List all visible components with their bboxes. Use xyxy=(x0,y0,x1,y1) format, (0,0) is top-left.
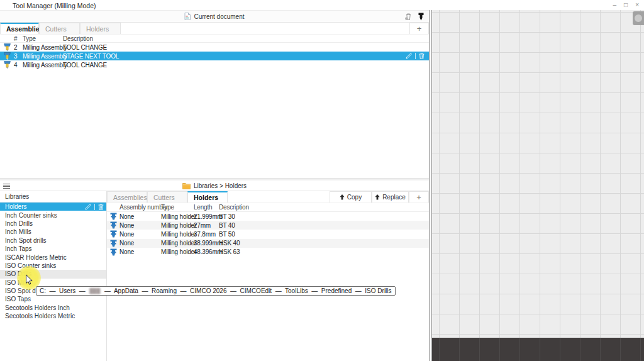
cell-description: BT 50 xyxy=(219,231,429,238)
table-row[interactable]: 2 Milling Assembly TOOL CHANGE xyxy=(0,43,429,52)
cell-description: HSK 63 xyxy=(219,248,429,255)
library-item-iso-drills[interactable]: ISO Drills xyxy=(0,270,106,278)
copy-button[interactable]: Copy xyxy=(330,191,372,203)
maximize-button[interactable]: □ xyxy=(624,1,628,9)
toolbar-actions xyxy=(404,11,424,22)
row-type: Milling Assembly xyxy=(23,44,63,51)
add-holder-button[interactable]: + xyxy=(409,191,429,203)
current-document-selector[interactable]: Current document xyxy=(0,11,429,22)
close-button[interactable]: × xyxy=(635,1,639,9)
copy-label: Copy xyxy=(347,194,362,201)
tab-holders[interactable]: Holders xyxy=(80,23,121,34)
library-item-label: Secotools Holders Inch xyxy=(5,304,70,311)
edit-icon[interactable] xyxy=(406,53,412,59)
cell-assembly-number: None xyxy=(119,213,161,220)
delete-icon[interactable] xyxy=(419,53,425,59)
table-row-selected[interactable]: 3 Milling Assembly STAGE NEXT TOOL xyxy=(0,52,429,60)
window-title: Tool Manager (Milling Mode) xyxy=(13,2,96,9)
tab-lib-cutters[interactable]: Cutters xyxy=(147,191,187,203)
table-row[interactable]: None Milling holder 27mm BT 40 xyxy=(107,221,429,230)
library-item-label: Holders xyxy=(5,203,26,210)
library-tabstrip: Assemblies Cutters Holders Copy Replace … xyxy=(107,191,429,203)
arrow-up-icon xyxy=(375,194,380,200)
minimize-button[interactable]: – xyxy=(613,1,617,9)
library-item[interactable]: ISCAR Holders Metric xyxy=(0,253,106,261)
cell-assembly-number: None xyxy=(119,231,161,238)
tool-manager-panel: Current document Assemblies Cutters Hold… xyxy=(0,10,430,361)
divider xyxy=(94,204,95,210)
tab-assemblies[interactable]: Assemblies xyxy=(0,23,39,34)
cell-length: 48.396mm xyxy=(194,248,219,255)
replace-label: Replace xyxy=(382,194,406,201)
row-number: 3 xyxy=(14,53,23,60)
library-item-holders[interactable]: Holders xyxy=(0,203,106,211)
library-item[interactable]: Inch Taps xyxy=(0,245,106,253)
library-item[interactable]: Inch Mills xyxy=(0,228,106,236)
cell-type: Milling holder xyxy=(161,213,194,220)
tab-cutters[interactable]: Cutters xyxy=(39,23,80,34)
column-header-num[interactable]: # xyxy=(14,35,23,42)
library-item[interactable]: Secotools Holders Metric xyxy=(0,312,106,320)
table-row[interactable]: None Milling holder 48.396mm HSK 63 xyxy=(107,248,429,257)
row-description: STAGE NEXT TOOL xyxy=(63,53,406,60)
library-item-label: Inch Taps xyxy=(5,245,32,252)
tab-label: Assemblies xyxy=(6,25,43,33)
library-item-label: Secotools Holders Metric xyxy=(5,313,75,319)
tab-lib-holders[interactable]: Holders xyxy=(187,191,228,203)
tab-label: Assemblies xyxy=(113,194,147,201)
holders-table: None Milling holder 21.999mm BT 30 None … xyxy=(107,212,429,257)
delete-tool-icon[interactable] xyxy=(404,13,413,21)
delete-icon[interactable] xyxy=(98,204,104,210)
app-window: Tool Manager (Milling Mode) – □ × Curren… xyxy=(0,0,644,361)
library-item-label: ISO Taps xyxy=(5,296,31,303)
holder-icon xyxy=(110,230,117,238)
library-item[interactable]: ISO Taps xyxy=(0,295,106,303)
add-assembly-button[interactable]: + xyxy=(409,23,429,34)
library-item-label: Inch Spot drills xyxy=(5,237,47,244)
cell-assembly-number: None xyxy=(119,240,161,247)
path-tooltip: C: — Users — ███ — AppData — Roaming — C… xyxy=(36,286,396,296)
cell-type: Milling holder xyxy=(161,222,194,229)
holder-icon xyxy=(110,248,117,256)
library-item-label: Inch Drills xyxy=(5,220,33,227)
holders-table-header: Assembly number Type Length Description xyxy=(107,203,429,212)
cell-length: 27mm xyxy=(194,222,219,229)
column-header-description[interactable]: Description xyxy=(219,204,429,211)
table-row[interactable]: None Milling holder 37.8mm BT 50 xyxy=(107,230,429,238)
cell-description: BT 40 xyxy=(219,222,429,229)
cell-assembly-number: None xyxy=(119,222,161,229)
tool-pin-icon[interactable] xyxy=(418,13,424,21)
library-item[interactable]: Secotools Holders Inch xyxy=(0,304,106,312)
tooltip-username-redacted: ███ xyxy=(89,288,100,294)
row-description: TOOL CHANGE xyxy=(63,44,429,51)
replace-button[interactable]: Replace xyxy=(372,191,409,203)
column-header-length[interactable]: Length xyxy=(194,204,219,211)
table-row[interactable]: None Milling holder 38.999mm HSK 40 xyxy=(107,239,429,248)
tab-lib-assemblies[interactable]: Assemblies xyxy=(107,191,147,203)
panel-toggle-handle[interactable] xyxy=(633,11,644,25)
cell-assembly-number: None xyxy=(119,248,161,255)
milling-assembly-icon xyxy=(4,43,11,52)
graphics-view[interactable] xyxy=(431,10,644,361)
edit-icon[interactable] xyxy=(85,204,91,210)
table-row[interactable]: None Milling holder 21.999mm BT 30 xyxy=(107,212,429,221)
assemblies-tabstrip: Assemblies Cutters Holders + xyxy=(0,23,429,35)
table-row[interactable]: 4 Milling Assembly TOOL CHANGE xyxy=(0,60,429,69)
row-type: Milling Assembly xyxy=(23,62,63,69)
column-header-type[interactable]: Type xyxy=(23,35,63,42)
assemblies-table: 2 Milling Assembly TOOL CHANGE 3 Milling… xyxy=(0,43,429,69)
cell-type: Milling holder xyxy=(161,248,194,255)
column-header-description[interactable]: Description xyxy=(63,35,429,42)
mouse-cursor xyxy=(25,274,33,286)
column-header-assembly-number[interactable]: Assembly number xyxy=(119,204,161,211)
library-item[interactable]: Inch Spot drills xyxy=(0,236,106,245)
library-item[interactable]: ISO Mills xyxy=(0,279,106,287)
library-item-label: ISCAR Holders Metric xyxy=(5,254,67,261)
library-item[interactable]: Inch Counter sinks xyxy=(0,211,106,219)
column-header-type[interactable]: Type xyxy=(161,204,194,211)
tooltip-path-start: C: — Users — xyxy=(40,287,89,294)
cell-type: Milling holder xyxy=(161,240,194,247)
library-item[interactable]: ISO Counter sinks xyxy=(0,262,106,270)
toggle-knob-icon xyxy=(635,14,642,22)
library-item[interactable]: Inch Drills xyxy=(0,219,106,228)
